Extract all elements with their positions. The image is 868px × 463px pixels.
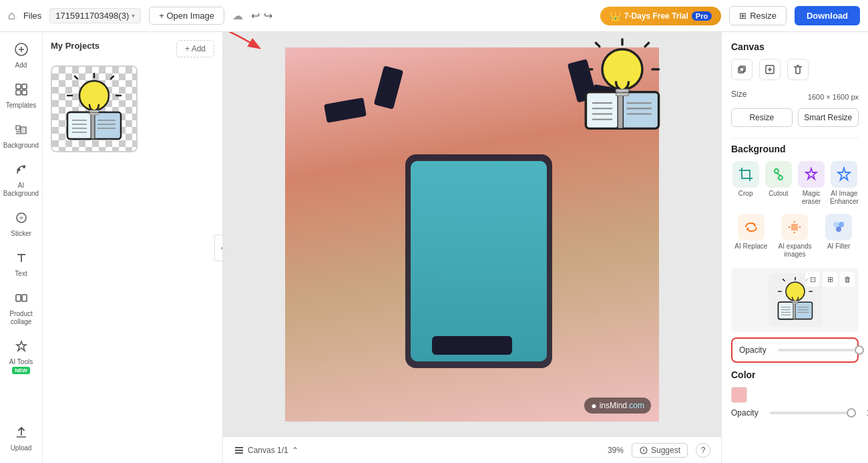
download-button[interactable]: Download: [795, 6, 860, 25]
suggest-button[interactable]: Suggest: [632, 443, 688, 458]
svg-point-9: [23, 166, 25, 168]
magic-eraser-tool-icon: [798, 161, 825, 188]
tool-cutout[interactable]: Cutout: [764, 161, 793, 206]
ai-filter-tool-icon: [825, 214, 852, 241]
tool-magic-eraser[interactable]: Magic eraser: [797, 161, 826, 206]
zoom-level: 39%: [608, 446, 624, 455]
canvas-duplicate-button[interactable]: [731, 59, 752, 80]
preview-action-2[interactable]: ⊞: [823, 272, 837, 287]
open-image-button[interactable]: + Open Image: [149, 7, 224, 25]
redo-button[interactable]: ↪: [264, 9, 272, 22]
ai-background-icon: [15, 163, 28, 180]
sidebar-item-background[interactable]: Background: [3, 118, 40, 155]
preview-delete-button[interactable]: 🗑: [840, 272, 855, 287]
svg-rect-92: [792, 301, 798, 302]
preview-action-1[interactable]: ⊡: [805, 272, 820, 287]
svg-marker-71: [806, 168, 817, 179]
opacity-slider[interactable]: [778, 349, 864, 351]
sidebar-item-ai-tools[interactable]: AI Tools NEW: [3, 334, 40, 379]
color-opacity-row: Opacity 100: [731, 408, 859, 418]
resize-button[interactable]: Resize: [731, 108, 793, 127]
sidebar-label-sticker: Sticker: [11, 230, 31, 238]
ai-tools-icon: [15, 339, 28, 356]
canvas-section-title: Canvas: [731, 41, 859, 52]
crop-tool-icon: [732, 161, 759, 188]
help-button[interactable]: ?: [696, 443, 710, 458]
svg-rect-54: [235, 452, 243, 454]
product-collage-icon: [15, 291, 28, 308]
canvas-area: ● insMind.com Canvas 1/1 ⌃ 39% Suggest ?: [223, 32, 721, 463]
tool-ai-expand[interactable]: AI expands images: [775, 214, 815, 259]
svg-point-78: [833, 222, 839, 227]
sidebar-item-text[interactable]: Text: [3, 246, 40, 283]
color-section: Color Opacity 100: [731, 369, 859, 418]
svg-rect-19: [91, 112, 95, 139]
svg-marker-72: [838, 168, 850, 180]
sticker-icon: [15, 211, 28, 228]
smart-resize-button[interactable]: Smart Resize: [798, 108, 859, 127]
svg-line-49: [645, 43, 648, 46]
tool-ai-replace[interactable]: AI Replace: [731, 214, 771, 259]
svg-rect-61: [740, 66, 745, 71]
sidebar-item-product-collage[interactable]: Product collage: [3, 286, 40, 331]
tool-ai-enhancer[interactable]: AI Image Enhancer: [830, 161, 859, 206]
svg-rect-55: [235, 450, 243, 451]
canvas-delete-button[interactable]: [787, 59, 809, 80]
panel-title: My Projects: [51, 41, 99, 51]
tool-crop[interactable]: Crop: [731, 161, 760, 206]
canvas[interactable]: ● insMind.com: [285, 47, 659, 422]
panel-collapse-arrow[interactable]: ‹: [214, 235, 223, 261]
home-icon[interactable]: ⌂: [8, 9, 15, 23]
svg-point-70: [780, 175, 781, 176]
add-icon: [15, 43, 28, 59]
sidebar-item-upload[interactable]: Upload: [3, 420, 40, 458]
svg-rect-28: [89, 110, 99, 112]
text-icon: [15, 251, 28, 268]
ai-filter-label: AI Filter: [827, 243, 850, 251]
sidebar-item-add[interactable]: Add: [3, 37, 40, 75]
svg-rect-73: [791, 224, 798, 230]
filename-display[interactable]: 1715911703498(3) ▾: [49, 8, 141, 23]
sidebar-label-ai-tools: AI Tools NEW: [5, 358, 37, 374]
color-swatch[interactable]: [731, 387, 747, 403]
color-opacity-slider[interactable]: [770, 412, 856, 414]
sidebar-item-templates[interactable]: Templates: [3, 78, 40, 115]
left-sidebar: Add Templates Background AI Background S…: [0, 32, 43, 463]
resize-header-button[interactable]: ⊞ Resize: [729, 6, 787, 25]
color-row: [731, 387, 859, 403]
svg-point-59: [643, 448, 644, 448]
svg-rect-6: [22, 90, 27, 95]
sidebar-label-background1: Background: [3, 142, 39, 150]
projects-grid: [51, 65, 214, 152]
color-section-title: Color: [731, 369, 859, 380]
svg-point-80: [836, 226, 841, 232]
background-icon: [15, 123, 28, 140]
canvas-actions: [731, 59, 859, 80]
right-panel: Canvas Size 1600 × 1600 px Resize Smart …: [721, 32, 868, 463]
delete-icon: [793, 64, 803, 75]
panel-add-button[interactable]: + Add: [176, 40, 214, 57]
ai-expand-label: AI expands images: [775, 243, 815, 259]
color-opacity-value: 100: [861, 408, 868, 418]
main-layout: Add Templates Background AI Background S…: [0, 32, 868, 463]
svg-rect-56: [235, 447, 243, 448]
sidebar-item-sticker[interactable]: Sticker: [3, 206, 40, 243]
canvas-copy-button[interactable]: [759, 59, 781, 80]
trial-button[interactable]: 👑 7-Days Free Trial Pro: [600, 7, 721, 25]
layers-button[interactable]: Canvas 1/1 ⌃: [234, 445, 298, 456]
canvas-sticker[interactable]: [572, 34, 672, 144]
project-thumbnail[interactable]: [51, 65, 138, 152]
tool-ai-filter[interactable]: AI Filter: [819, 214, 859, 259]
undo-button[interactable]: ↩: [251, 9, 260, 22]
copy-icon: [765, 64, 775, 75]
sidebar-item-ai-background[interactable]: AI Background: [3, 158, 40, 203]
background-section-title: Background: [731, 144, 859, 154]
projects-panel: My Projects + Add: [43, 32, 223, 463]
tools-grid: Crop Cutout Magic eraser: [731, 161, 859, 206]
svg-rect-18: [67, 112, 92, 139]
sidebar-label-add: Add: [15, 61, 27, 69]
crop-tool-label: Crop: [738, 190, 753, 198]
templates-icon: [15, 83, 28, 100]
canvas-content[interactable]: ● insMind.com: [223, 32, 721, 436]
svg-rect-29: [89, 113, 99, 115]
